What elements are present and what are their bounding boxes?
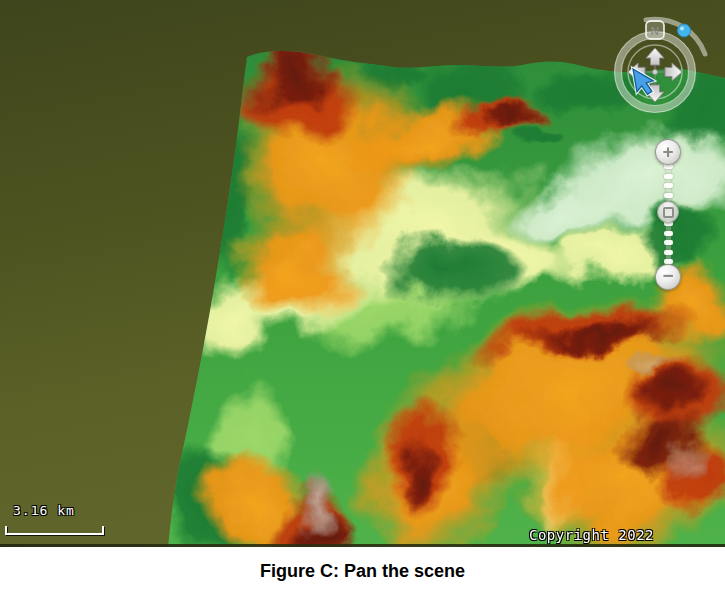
- compass-pan-widget[interactable]: N: [600, 6, 715, 118]
- figure-caption: Figure C: Pan the scene: [0, 561, 725, 582]
- zoom-handle-grip: [663, 207, 674, 218]
- compass-center-dot: [652, 69, 657, 74]
- zoom-slider[interactable]: + −: [648, 136, 688, 296]
- screenshot-stage: N: [0, 0, 725, 602]
- zoom-slider-handle[interactable]: [657, 201, 679, 223]
- zoom-track-segment: [664, 183, 673, 188]
- zoom-in-button[interactable]: +: [655, 139, 681, 165]
- scale-label: 3.16 km: [13, 503, 75, 518]
- scene-viewport[interactable]: N: [0, 0, 725, 547]
- pan-right-arrow[interactable]: [664, 63, 683, 83]
- pan-up-arrow[interactable]: [646, 48, 666, 67]
- zoom-track-segment: [664, 174, 673, 179]
- scale-bracket: [4, 524, 108, 538]
- caption-area: Figure C: Pan the scene: [0, 547, 725, 602]
- scale-bar: 3.16 km: [4, 503, 124, 543]
- zoom-track-segment: [664, 231, 673, 236]
- zoom-track-segment: [664, 250, 673, 255]
- zoom-track-segment: [664, 193, 673, 198]
- compass-heading-dot-highlight: [680, 27, 684, 31]
- compass-north-button[interactable]: N: [646, 21, 664, 39]
- svg-text:N: N: [651, 25, 659, 37]
- compass-heading-dot[interactable]: [678, 24, 691, 37]
- zoom-out-button[interactable]: −: [655, 264, 681, 290]
- zoom-track-segment: [664, 240, 673, 245]
